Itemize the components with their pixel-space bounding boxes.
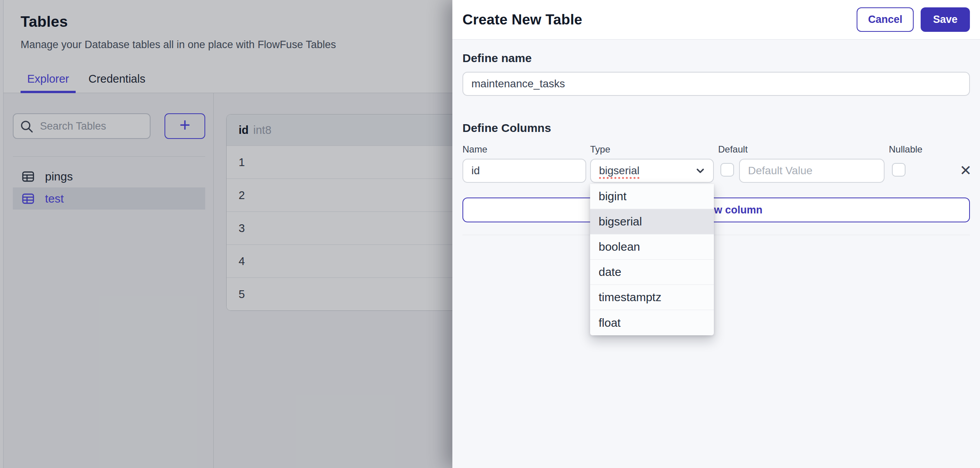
nullable-field-label: Nullable (889, 144, 923, 155)
default-enabled-checkbox[interactable] (720, 163, 734, 177)
remove-column-button[interactable]: ✕ (956, 159, 975, 181)
save-button[interactable]: Save (921, 7, 970, 32)
type-option-float[interactable]: float (590, 310, 714, 335)
x-icon: ✕ (959, 163, 971, 179)
type-option-timestamptz[interactable]: timestamptz (590, 285, 714, 310)
create-table-drawer: Create New Table Cancel Save Define name… (452, 0, 980, 468)
type-dropdown-menu: bigint bigserial boolean date timestampt… (590, 184, 714, 335)
type-option-bigserial[interactable]: bigserial (590, 209, 714, 234)
type-option-boolean[interactable]: boolean (590, 234, 714, 260)
cancel-button[interactable]: Cancel (857, 7, 914, 32)
default-value-input[interactable] (739, 159, 885, 183)
drawer-body: Define name Define Columns Name Type Def… (452, 40, 980, 235)
section-divider (462, 235, 970, 235)
define-name-label: Define name (462, 52, 970, 65)
type-option-bigint[interactable]: bigint (590, 184, 714, 209)
type-option-date[interactable]: date (590, 260, 714, 285)
column-definition-row: Name Type Default Nullable bigserial ✕ (462, 144, 970, 187)
nullable-checkbox[interactable] (892, 163, 906, 177)
default-field-label: Default (718, 144, 748, 155)
name-field-label: Name (462, 144, 487, 155)
type-field-label: Type (590, 144, 610, 155)
define-columns-label: Define Columns (462, 121, 970, 135)
table-name-input[interactable] (462, 72, 970, 96)
column-name-input[interactable] (462, 159, 586, 183)
column-type-select[interactable]: bigserial (590, 159, 714, 183)
drawer-title: Create New Table (462, 12, 857, 28)
type-select-value: bigserial (599, 165, 694, 177)
add-column-button[interactable]: + Add new column (462, 198, 970, 222)
chevron-down-icon (694, 165, 706, 177)
drawer-header: Create New Table Cancel Save (452, 0, 980, 40)
